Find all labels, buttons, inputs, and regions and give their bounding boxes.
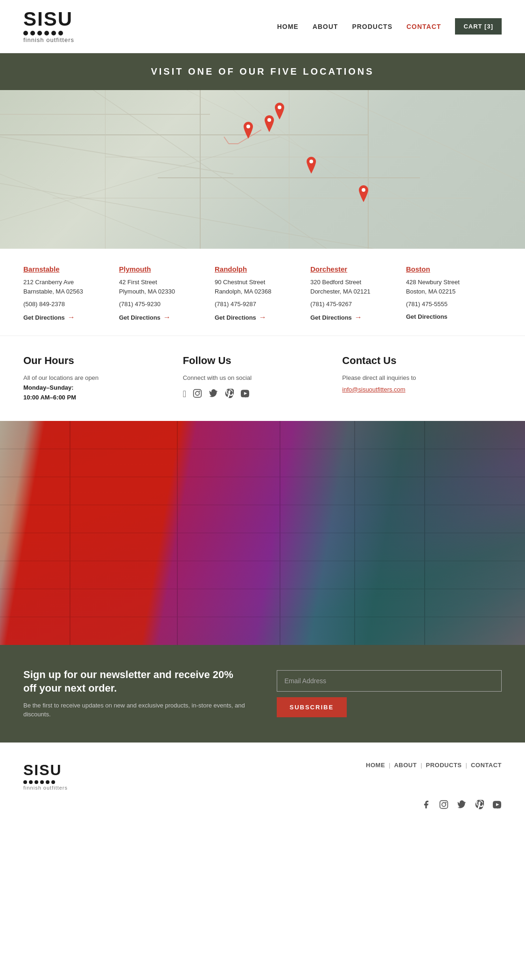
location-phone-randolph: (781) 475-9287 — [215, 301, 301, 308]
facebook-icon[interactable]:  — [183, 389, 186, 400]
youtube-icon[interactable] — [240, 389, 250, 400]
pinterest-icon[interactable] — [224, 389, 234, 400]
logo-dots — [23, 31, 74, 35]
location-address-boston: 428 Newbury Street Boston, MA 02215 — [406, 278, 492, 296]
map-pin-plymouth[interactable] — [305, 157, 318, 174]
location-name-barnstable[interactable]: Barnstable — [23, 265, 110, 273]
banner-text: VISIT ONE OF OUR FIVE LOCATIONS — [151, 66, 374, 77]
info-section: Our Hours All of our locations are open … — [0, 336, 525, 421]
svg-line-4 — [233, 90, 420, 249]
location-randolph: Randolph 90 Chestnut Street Randolph, MA… — [215, 265, 310, 322]
footer-social — [23, 800, 502, 812]
map-pin-boston2[interactable] — [242, 122, 255, 139]
footer-facebook-icon[interactable] — [421, 800, 431, 812]
footer-youtube-icon[interactable] — [492, 800, 502, 812]
location-boston: Boston 428 Newbury Street Boston, MA 022… — [406, 265, 502, 322]
contact-email[interactable]: info@sisuoutfitters.com — [342, 386, 488, 393]
logo-dot-6 — [58, 31, 63, 35]
directions-boston[interactable]: Get Directions — [406, 313, 492, 320]
svg-point-14 — [309, 160, 313, 163]
svg-line-2 — [187, 90, 467, 230]
svg-point-18 — [199, 391, 200, 392]
footer-pinterest-icon[interactable] — [475, 800, 484, 812]
directions-plymouth[interactable]: Get Directions → — [119, 313, 205, 322]
directions-randolph[interactable]: Get Directions → — [215, 313, 301, 322]
location-barnstable: Barnstable 212 Cranberry Ave Barnstable,… — [23, 265, 119, 322]
svg-point-12 — [246, 125, 250, 128]
location-phone-dorchester: (781) 475-9267 — [310, 301, 397, 308]
footer-sep-3: | — [466, 762, 467, 769]
directions-dorchester[interactable]: Get Directions → — [310, 313, 397, 322]
contact-text: Please direct all inquiries to — [342, 373, 488, 383]
location-name-randolph[interactable]: Randolph — [215, 265, 301, 273]
location-address-randolph: 90 Chestnut Street Randolph, MA 02368 — [215, 278, 301, 296]
email-input[interactable] — [277, 670, 502, 692]
footer-dot-2 — [29, 780, 33, 784]
social-icons:  — [183, 389, 329, 400]
map[interactable] — [0, 90, 525, 249]
arrow-icon: → — [355, 313, 362, 322]
footer-nav-products[interactable]: PRODUCTS — [426, 762, 462, 769]
nav-products[interactable]: PRODUCTS — [352, 23, 392, 30]
svg-point-17 — [196, 392, 199, 395]
location-address-barnstable: 212 Cranberry Ave Barnstable, MA 02563 — [23, 278, 110, 296]
newsletter-title: Sign up for our newsletter and receive 2… — [23, 668, 249, 695]
logo-title: SISU — [23, 9, 74, 29]
header: SISU finnish outfitters HOME ABOUT PRODU… — [0, 0, 525, 53]
footer-nav-contact[interactable]: CONTACT — [471, 762, 502, 769]
svg-line-9 — [224, 137, 229, 144]
twitter-icon[interactable] — [209, 389, 218, 400]
directions-barnstable[interactable]: Get Directions → — [23, 313, 110, 322]
hours-title: Our Hours — [23, 355, 169, 367]
footer-nav-about[interactable]: ABOUT — [394, 762, 417, 769]
footer-instagram-icon[interactable] — [439, 800, 448, 812]
map-roads-svg — [0, 90, 525, 249]
svg-point-33 — [445, 802, 447, 803]
footer-logo-title: SISU — [23, 762, 68, 779]
arrow-icon: → — [68, 313, 75, 322]
footer-twitter-icon[interactable] — [457, 800, 466, 812]
nav-home[interactable]: HOME — [277, 23, 299, 30]
logo-dot-1 — [23, 31, 28, 35]
product-image — [0, 421, 525, 645]
svg-rect-16 — [194, 389, 202, 397]
footer-dot-6 — [51, 780, 55, 784]
hours-col: Our Hours All of our locations are open … — [23, 355, 183, 402]
svg-point-11 — [278, 105, 281, 109]
footer: SISU finnish outfitters HOME | ABOUT | P… — [0, 742, 525, 826]
footer-logo-sub: finnish outfitters — [23, 785, 68, 791]
location-name-dorchester[interactable]: Dorchester — [310, 265, 397, 273]
location-name-boston[interactable]: Boston — [406, 265, 492, 273]
newsletter-left: Sign up for our newsletter and receive 2… — [23, 668, 249, 719]
nav-contact[interactable]: CONTACT — [406, 23, 441, 30]
footer-top: SISU finnish outfitters HOME | ABOUT | P… — [23, 762, 502, 791]
footer-logo-dots — [23, 780, 68, 784]
instagram-icon[interactable] — [193, 389, 202, 400]
subscribe-button[interactable]: SUBSCRIBE — [277, 697, 347, 717]
location-name-plymouth[interactable]: Plymouth — [119, 265, 205, 273]
cart-button[interactable]: CART [3] — [455, 18, 502, 35]
location-plymouth: Plymouth 42 First Street Plymouth, MA 02… — [119, 265, 215, 322]
footer-nav: HOME | ABOUT | PRODUCTS | CONTACT — [366, 762, 502, 769]
follow-col: Follow Us Connect with us on social  — [183, 355, 343, 402]
hours-text: All of our locations are open Monday–Sun… — [23, 373, 169, 402]
footer-dot-4 — [40, 780, 44, 784]
svg-line-1 — [93, 90, 327, 249]
logo-dot-2 — [30, 31, 35, 35]
newsletter-subtitle: Be the first to receive updates on new a… — [23, 701, 249, 719]
location-phone-plymouth: (781) 475-9230 — [119, 301, 205, 308]
footer-nav-home[interactable]: HOME — [366, 762, 385, 769]
locations-section: Barnstable 212 Cranberry Ave Barnstable,… — [0, 249, 525, 336]
jacket-texture — [0, 421, 525, 645]
svg-line-6 — [327, 90, 525, 183]
nav-about[interactable]: ABOUT — [313, 23, 338, 30]
map-pin-barnstable[interactable] — [357, 185, 370, 202]
logo-dot-5 — [51, 31, 56, 35]
map-pin-randolph[interactable] — [263, 115, 276, 132]
footer-sep-1: | — [389, 762, 390, 769]
contact-title: Contact Us — [342, 355, 488, 367]
follow-title: Follow Us — [183, 355, 329, 367]
arrow-icon: → — [163, 313, 171, 322]
logo: SISU finnish outfitters — [23, 9, 74, 43]
svg-line-3 — [0, 183, 373, 249]
